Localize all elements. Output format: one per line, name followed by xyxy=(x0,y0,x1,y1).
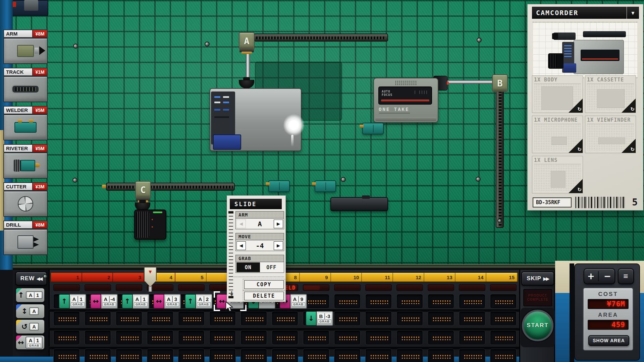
timeline-slot[interactable] xyxy=(490,330,517,345)
timeline-slot[interactable] xyxy=(116,311,142,326)
instruction-block-drop[interactable]: ↓ B-3GRAB xyxy=(306,311,333,326)
timeline-slot[interactable] xyxy=(116,330,142,345)
timeline-slot[interactable] xyxy=(490,311,517,326)
timeline-slot[interactable] xyxy=(209,330,236,345)
cassette-part[interactable]: AUTOFOCUS | |||| ONE TAKE xyxy=(373,78,438,123)
timeline-slot[interactable] xyxy=(459,294,485,309)
palette-grab-button[interactable]: ↕ A xyxy=(15,304,45,319)
timeline-slot[interactable] xyxy=(428,330,454,345)
start-button[interactable]: START xyxy=(522,310,553,341)
timeline-slot[interactable] xyxy=(178,330,205,345)
shop-item-riveter[interactable]: RIVETER¥5M xyxy=(3,144,48,180)
timeline-slot[interactable] xyxy=(240,311,267,326)
timeline-slot[interactable] xyxy=(396,311,423,326)
timeline-slot[interactable] xyxy=(459,311,485,326)
instruction-block-lift[interactable]: ↑ A1GRAB xyxy=(59,294,86,309)
welder-machine[interactable] xyxy=(315,180,336,192)
viewfinder-part[interactable] xyxy=(330,197,388,211)
ruler-tick[interactable]: 15 xyxy=(486,273,518,282)
ruler-tick[interactable]: 13 xyxy=(424,273,455,282)
palette-rotate-button[interactable]: ↺ A xyxy=(15,319,45,334)
timeline-slot[interactable] xyxy=(334,349,361,362)
welder-machine[interactable] xyxy=(268,180,290,192)
arm-c-head[interactable]: C xyxy=(135,181,151,198)
track-rail-a[interactable] xyxy=(254,34,388,42)
timeline-slot[interactable] xyxy=(53,311,80,326)
timeline-slot[interactable] xyxy=(428,294,454,309)
delete-button[interactable]: DELETE xyxy=(244,292,284,300)
ruler-tick[interactable]: 11 xyxy=(362,273,393,282)
menu-button[interactable]: ≡ xyxy=(618,268,634,284)
timeline-slot[interactable] xyxy=(178,311,205,326)
shop-item-cutter[interactable]: CUTTER¥3M xyxy=(3,182,48,218)
arm-a-head[interactable]: A xyxy=(239,32,255,50)
timeline-slot[interactable] xyxy=(365,349,392,362)
welder-machine[interactable] xyxy=(362,123,384,134)
timeline-slot[interactable] xyxy=(303,330,329,345)
timeline-slot[interactable] xyxy=(85,330,111,345)
timeline-slot[interactable] xyxy=(459,330,485,345)
ruler-tick[interactable]: 12 xyxy=(393,273,424,282)
shop-item-drill[interactable]: DRILL¥8M xyxy=(3,221,48,256)
timeline-slot[interactable] xyxy=(147,330,173,345)
ruler-tick[interactable]: 10 xyxy=(331,273,362,282)
timeline-slot[interactable] xyxy=(147,311,173,326)
timeline-slot[interactable] xyxy=(116,349,142,362)
ruler-tick[interactable]: 3 xyxy=(113,273,144,282)
timeline-slot[interactable] xyxy=(53,349,80,362)
timeline-slot[interactable] xyxy=(272,330,298,345)
rewind-button[interactable]: REW◀◀ xyxy=(15,272,47,286)
shop-item-arm[interactable]: ARM¥8M xyxy=(3,29,48,65)
instruction-block-lift[interactable]: ↑ A1GRAB xyxy=(122,294,149,309)
move-decrease-button[interactable]: ◀ xyxy=(236,241,246,250)
timeline-slot[interactable] xyxy=(240,349,267,362)
blueprint-dropdown-button[interactable]: ▼ xyxy=(627,7,639,19)
zoom-in-button[interactable]: + xyxy=(584,271,599,281)
timeline-slot[interactable] xyxy=(272,349,298,362)
ruler-tick[interactable]: 2 xyxy=(82,273,113,282)
timeline-slot[interactable] xyxy=(209,349,236,362)
instruction-block-slide[interactable]: ↔ A-4GRAB xyxy=(90,294,118,309)
timeline-slot[interactable] xyxy=(490,294,517,309)
timeline-slot[interactable] xyxy=(365,330,392,345)
timeline-slot[interactable] xyxy=(53,330,80,345)
timeline-slot[interactable] xyxy=(334,330,361,345)
palette-lift-button[interactable]: ↑ A1 xyxy=(15,288,45,303)
arm-next-button[interactable]: ▶ xyxy=(274,220,283,228)
timeline-slot[interactable] xyxy=(365,294,392,309)
timeline-slot[interactable] xyxy=(396,349,423,362)
shop-item-track[interactable]: TRACK¥1M xyxy=(3,68,48,103)
timeline-slot[interactable] xyxy=(490,349,517,362)
show-area-button[interactable]: SHOW AREA xyxy=(588,335,629,346)
timeline-slot[interactable] xyxy=(334,294,361,309)
zoom-out-button[interactable]: − xyxy=(601,271,614,281)
palette-slide-button[interactable]: ↔ A1GRAB xyxy=(15,335,45,350)
ruler-tick[interactable]: 5 xyxy=(175,273,207,282)
timeline-slot[interactable] xyxy=(85,311,111,326)
timeline-slot[interactable] xyxy=(334,311,361,326)
timeline-slot[interactable] xyxy=(240,330,267,345)
ruler-tick[interactable]: 14 xyxy=(455,273,487,282)
lens-part[interactable] xyxy=(134,209,166,240)
skip-button[interactable]: SKIP▶▶ xyxy=(521,272,554,286)
timeline-slot[interactable] xyxy=(365,311,392,326)
copy-button[interactable]: COPY xyxy=(244,280,284,289)
track-rail-b[interactable] xyxy=(496,89,504,228)
timeline-slot[interactable] xyxy=(147,349,173,362)
shop-item-welder[interactable]: WELDER¥5M xyxy=(3,106,48,141)
timeline-slot[interactable] xyxy=(272,311,298,326)
track-rail-c[interactable] xyxy=(106,183,235,191)
timeline-slot[interactable] xyxy=(428,311,454,326)
arm-prev-button[interactable]: ◀ xyxy=(236,220,246,228)
timeline-slot[interactable] xyxy=(303,349,329,362)
move-increase-button[interactable]: ▶ xyxy=(274,241,283,250)
timeline-slot[interactable] xyxy=(459,349,485,362)
timeline-slot[interactable] xyxy=(428,349,454,362)
grab-off-toggle[interactable]: OFF xyxy=(260,262,283,272)
timeline-slot[interactable] xyxy=(85,349,111,362)
grab-on-toggle[interactable]: ON xyxy=(236,262,260,272)
arm-b-head[interactable]: B xyxy=(492,74,508,92)
ruler-tick[interactable]: 1 xyxy=(51,273,82,282)
timeline-slot[interactable] xyxy=(396,294,423,309)
timeline-slot[interactable] xyxy=(178,349,205,362)
